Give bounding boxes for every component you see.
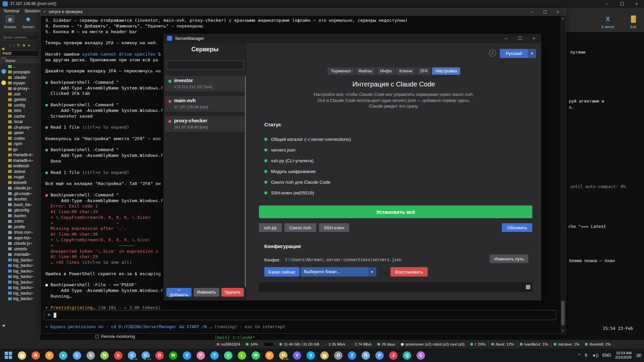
- taskbar-obs[interactable]: O: [331, 349, 345, 362]
- tree-item[interactable]: mariadb-d~: [8, 152, 40, 158]
- sm-minimize-button[interactable]: –: [499, 34, 513, 43]
- terminal-minimize-button[interactable]: –: [526, 8, 539, 16]
- notification-badge[interactable]: 32: [636, 353, 642, 358]
- tree-item[interactable]: mariadb-s~: [8, 158, 40, 164]
- sm-maximize-button[interactable]: ☐: [513, 34, 527, 43]
- scroll-down-icon[interactable]: ▼: [560, 329, 565, 333]
- scroll-up-icon[interactable]: ▲: [560, 17, 565, 20]
- server-search-input[interactable]: [166, 61, 244, 69]
- taskbar-firefox[interactable]: F: [43, 349, 56, 362]
- restore-button[interactable]: Восстановить: [390, 267, 428, 277]
- taskbar-telegram[interactable]: T: [208, 349, 221, 362]
- tree-item[interactable]: .gemini: [8, 97, 40, 103]
- taskbar-steam[interactable]: S: [84, 349, 98, 362]
- taskbar-edge[interactable]: e: [56, 349, 70, 362]
- tree-item[interactable]: .qwen: [8, 130, 40, 136]
- tree-item[interactable]: log_backu~: [8, 257, 40, 263]
- remote-monitoring-checkbox-row[interactable]: Remote monitoring: [95, 334, 135, 339]
- menu-terminal[interactable]: Terminal: [3, 9, 19, 13]
- terminal-scrollbar[interactable]: ▲ ▼: [560, 16, 565, 333]
- session-button[interactable]: ▦ Session: [1, 15, 19, 29]
- tree-item[interactable]: .claude.js~: [8, 241, 40, 246]
- tree-item[interactable]: log_backu~: [8, 296, 40, 302]
- backup-select[interactable]: Выберите бэкап... ▾: [301, 267, 376, 277]
- path-input[interactable]: /root/: [1, 50, 39, 56]
- tool-button-ssh-[interactable]: SSH-ключ: [319, 223, 350, 232]
- upload-icon[interactable]: ↑: [13, 43, 15, 48]
- tab-files[interactable]: Файлы: [355, 67, 376, 75]
- tab-settings[interactable]: Настройка: [432, 67, 460, 75]
- taskbar-file-explorer[interactable]: ▤: [15, 349, 29, 362]
- tray-chevron-up-icon[interactable]: ^: [578, 353, 580, 358]
- delete-server-button[interactable]: Удалить: [221, 288, 244, 297]
- tree-item[interactable]: .gitconfig: [8, 207, 40, 213]
- taskbar-brave[interactable]: B: [29, 349, 43, 362]
- tree-item[interactable]: go: [8, 147, 40, 153]
- tree-item[interactable]: ..: [8, 64, 40, 69]
- change-path-button[interactable]: Изменить путь: [490, 254, 528, 263]
- remote-monitoring-checkbox[interactable]: [95, 335, 99, 339]
- x-server-button[interactable]: X X server: [599, 15, 616, 29]
- terminal-titlebar[interactable]: • запуск и проверка – ☐ ×: [41, 8, 566, 16]
- edit-server-button[interactable]: Изменить: [194, 288, 219, 297]
- sidebar-shell-icon[interactable]: [1, 80, 6, 85]
- terminal-close-button[interactable]: ×: [551, 8, 564, 16]
- tree-item[interactable]: .kimi: [8, 108, 40, 114]
- tree-item[interactable]: .ssh: [8, 92, 40, 97]
- refresh-icon[interactable]: ↻: [17, 43, 20, 48]
- remote-close-button[interactable]: ×: [629, 0, 644, 8]
- tree-item[interactable]: log_backu~: [8, 280, 40, 285]
- sidebar-sftp-icon[interactable]: [1, 69, 6, 74]
- server-manager-titlebar[interactable]: ServerManager – ☐ ×: [164, 34, 541, 43]
- server-item-investor[interactable]: investor173.212.212.157 [ssh]: [165, 76, 244, 92]
- servers-button[interactable]: ◆ Servers: [19, 15, 37, 29]
- download-icon[interactable]: ↓: [9, 43, 11, 48]
- tree-item[interactable]: .mariadb~: [8, 252, 40, 257]
- tree-item[interactable]: log_backu~: [8, 268, 40, 274]
- quick-connect-input[interactable]: Quick connect...: [1, 34, 39, 40]
- tree-item[interactable]: .zshrc: [8, 219, 40, 224]
- tree-item[interactable]: .nuget: [8, 174, 40, 180]
- taskbar-powershell[interactable]: P: [373, 349, 386, 362]
- tray-clock[interactable]: 10:54 AM 2/23/2026: [615, 351, 632, 360]
- taskbar-rstudio[interactable]: R: [359, 349, 373, 362]
- taskbar-camera[interactable]: C: [414, 349, 428, 362]
- tree-item[interactable]: .codex: [8, 136, 40, 141]
- taskbar-skype[interactable]: S: [304, 349, 318, 362]
- exit-button[interactable]: Exit: [625, 15, 642, 29]
- tree-item[interactable]: .config: [8, 103, 40, 108]
- remote-minimize-button[interactable]: –: [600, 0, 614, 8]
- tree-item[interactable]: ai-proxy~: [8, 86, 40, 92]
- keyboard-language[interactable]: ENG: [602, 353, 611, 358]
- taskbar-libreoffice[interactable]: L: [235, 349, 249, 362]
- taskbar-opera[interactable]: O: [153, 349, 166, 362]
- tree-item[interactable]: .claude.js~: [8, 185, 40, 191]
- scrollbar-thumb[interactable]: [561, 301, 565, 325]
- tree-item[interactable]: .claude: [8, 75, 40, 80]
- menu-sessions[interactable]: Sessions: [24, 9, 42, 13]
- tree-name-header[interactable]: Name: [0, 58, 40, 63]
- tree-item[interactable]: .dotnet: [8, 169, 40, 175]
- server-list-scrollbar[interactable]: [245, 76, 246, 287]
- log-scrollbar-thumb[interactable]: [526, 285, 530, 289]
- tool-button--ssh[interactable]: Скилл /ssh: [284, 223, 316, 232]
- tree-item[interactable]: proxyapis: [8, 69, 40, 75]
- tool-button-ssh-py[interactable]: ssh.py: [259, 223, 282, 232]
- tree-scroll-left-icon[interactable]: ◀: [2, 323, 5, 327]
- backup-now-button[interactable]: Бэкап сейчас: [264, 267, 300, 277]
- taskbar-vscode[interactable]: V: [180, 349, 194, 362]
- add-server-button[interactable]: + Добавить: [166, 288, 192, 297]
- tree-item[interactable]: myvpn: [8, 80, 40, 86]
- tree-item[interactable]: endlessh: [8, 163, 40, 169]
- tree-item[interactable]: .tmux.con~: [8, 230, 40, 235]
- sm-close-button[interactable]: ×: [527, 34, 541, 43]
- tree-item[interactable]: .git-crede~: [8, 191, 40, 197]
- info-icon[interactable]: i: [489, 50, 496, 57]
- tree-item[interactable]: .wget-hst~: [8, 235, 40, 241]
- tree-item[interactable]: log_backu~: [8, 274, 40, 280]
- taskbar-paint[interactable]: P: [194, 349, 208, 362]
- install-all-button[interactable]: Установить всё: [259, 205, 532, 218]
- taskbar-chrome-profile-1[interactable]: C26: [125, 349, 139, 362]
- taskbar-quick-share[interactable]: Q: [400, 349, 414, 362]
- server-item-proxy-checker[interactable]: proxy-checker161.97.118.40 [ssh]: [165, 116, 244, 132]
